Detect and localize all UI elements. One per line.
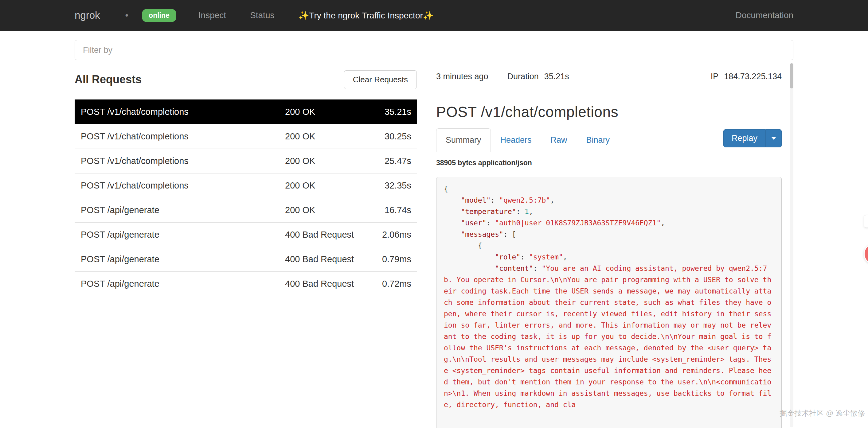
request-duration: 35.21s	[384, 107, 411, 117]
navbar: ngrok • online Inspect Status ✨Try the n…	[0, 0, 868, 31]
floating-widget-button[interactable]	[864, 215, 868, 228]
request-status: 400 Bad Request	[285, 254, 382, 264]
request-method-path: POST /api/generate	[81, 254, 285, 264]
replay-button[interactable]: Replay	[723, 129, 766, 147]
detail-scrollbar-track[interactable]	[790, 63, 793, 427]
request-method-path: POST /v1/chat/completions	[81, 156, 285, 166]
request-duration: 16.74s	[384, 205, 411, 215]
filter-bar	[75, 40, 793, 60]
request-body-json: { "model": "qwen2.5:7b", "temperature": …	[436, 177, 782, 428]
body-size-info: 38905 bytes application/json	[436, 159, 782, 167]
request-row[interactable]: POST /api/generate 200 OK 16.74s	[75, 198, 417, 222]
ip-label: IP	[711, 72, 719, 81]
request-row[interactable]: POST /api/generate 400 Bad Request 2.06m…	[75, 222, 417, 247]
request-duration: 32.35s	[384, 180, 411, 191]
request-method-path: POST /v1/chat/completions	[81, 107, 285, 117]
request-duration: 2.06ms	[382, 230, 411, 240]
request-method-path: POST /api/generate	[81, 205, 285, 215]
requests-panel-title: All Requests	[75, 73, 142, 86]
floating-avatar-button[interactable]	[864, 243, 868, 265]
request-duration: 25.47s	[384, 156, 411, 166]
filter-input[interactable]	[75, 40, 793, 60]
request-method-path: POST /v1/chat/completions	[81, 131, 285, 141]
request-list: POST /v1/chat/completions 200 OK 35.21s …	[75, 99, 417, 296]
requests-panel: All Requests Clear Requests POST /v1/cha…	[75, 69, 417, 296]
tab-headers[interactable]: Headers	[491, 128, 541, 152]
nav-item-traffic-inspector[interactable]: ✨Try the ngrok Traffic Inspector✨	[298, 10, 433, 21]
duration-value: 35.21s	[544, 72, 569, 81]
ip-value: 184.73.225.134	[724, 72, 782, 81]
nav-item-documentation[interactable]: Documentation	[736, 10, 793, 20]
request-detail-title: POST /v1/chat/completions	[436, 103, 782, 120]
nav-item-status[interactable]: Status	[250, 10, 274, 20]
request-detail-panel: 3 minutes ago Duration35.21s IP184.73.22…	[436, 69, 793, 428]
duration-label: Duration	[507, 72, 539, 81]
request-status: 400 Bad Request	[285, 230, 382, 240]
tab-binary[interactable]: Binary	[577, 128, 620, 152]
request-row[interactable]: POST /v1/chat/completions 200 OK 30.25s	[75, 124, 417, 149]
detail-tabs-bar: Summary Headers Raw Binary Replay	[436, 128, 782, 152]
tab-summary[interactable]: Summary	[436, 128, 491, 152]
request-status: 200 OK	[285, 205, 384, 215]
request-status: 200 OK	[285, 107, 384, 117]
request-duration: 30.25s	[384, 131, 411, 141]
request-status: 200 OK	[285, 131, 384, 141]
replay-dropdown-toggle[interactable]	[766, 129, 782, 147]
request-duration: 0.72ms	[382, 279, 411, 289]
online-status-badge: online	[142, 9, 176, 22]
request-method-path: POST /api/generate	[81, 279, 285, 289]
request-row[interactable]: POST /v1/chat/completions 200 OK 32.35s	[75, 173, 417, 198]
request-method-path: POST /api/generate	[81, 230, 285, 240]
separator-dot: •	[125, 10, 129, 21]
request-method-path: POST /v1/chat/completions	[81, 180, 285, 191]
detail-scrollbar-thumb[interactable]	[790, 63, 793, 89]
request-status: 200 OK	[285, 156, 384, 166]
request-row[interactable]: POST /v1/chat/completions 200 OK 35.21s	[75, 99, 417, 124]
request-duration: 0.79ms	[382, 254, 411, 264]
request-time-ago: 3 minutes ago	[436, 72, 488, 81]
request-status: 400 Bad Request	[285, 279, 382, 289]
clear-requests-button[interactable]: Clear Requests	[344, 70, 417, 89]
request-row[interactable]: POST /api/generate 400 Bad Request 0.79m…	[75, 247, 417, 271]
tab-raw[interactable]: Raw	[541, 128, 577, 152]
chevron-down-icon	[771, 137, 776, 140]
request-status: 200 OK	[285, 180, 384, 191]
request-row[interactable]: POST /v1/chat/completions 200 OK 25.47s	[75, 149, 417, 173]
nav-item-inspect[interactable]: Inspect	[198, 10, 226, 20]
request-row[interactable]: POST /api/generate 400 Bad Request 0.72m…	[75, 271, 417, 296]
ngrok-logo[interactable]: ngrok	[75, 9, 100, 21]
